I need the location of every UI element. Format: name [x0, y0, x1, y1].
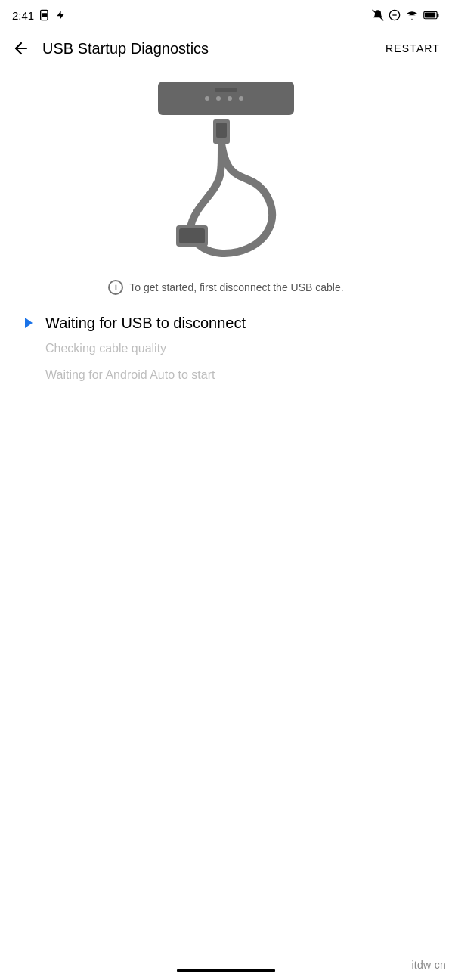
device-illustration — [147, 76, 305, 119]
step-indicator-3 — [21, 368, 36, 386]
illustration-area: i To get started, first disconnect the U… — [0, 70, 452, 313]
home-indicator — [177, 969, 275, 972]
svg-rect-16 — [215, 88, 237, 92]
svg-rect-8 — [437, 14, 438, 17]
svg-point-13 — [216, 96, 221, 101]
step-row-3: Waiting for Android Auto to start — [21, 367, 431, 386]
step-row-2: Checking cable quality — [21, 340, 431, 359]
svg-marker-2 — [57, 11, 64, 20]
active-step-icon — [25, 318, 33, 328]
sim-icon — [39, 9, 51, 21]
wifi-icon — [405, 9, 419, 21]
step-indicator-1 — [21, 314, 36, 332]
step-label-2: Checking cable quality — [45, 340, 166, 357]
svg-rect-18 — [216, 122, 227, 138]
status-time: 2:41 — [12, 9, 34, 22]
step-label-1: Waiting for USB to disconnect — [45, 313, 246, 333]
svg-point-15 — [239, 96, 243, 101]
step-label-3: Waiting for Android Auto to start — [45, 367, 215, 383]
back-button[interactable] — [12, 39, 30, 57]
step-indicator-2 — [21, 341, 36, 359]
minus-circle-icon — [389, 9, 401, 21]
watermark: itdw cn — [411, 959, 446, 971]
cable-illustration — [143, 119, 309, 271]
step-row-1: Waiting for USB to disconnect — [21, 313, 431, 333]
app-bar: USB Startup Diagnostics RESTART — [0, 27, 452, 70]
info-row: i To get started, first disconnect the U… — [93, 280, 358, 295]
info-text: To get started, first disconnect the USB… — [129, 281, 343, 293]
svg-rect-9 — [425, 12, 435, 17]
mute-icon — [372, 9, 384, 21]
bottom-bar — [0, 950, 452, 980]
status-right — [372, 9, 440, 21]
status-bar: 2:41 — [0, 0, 452, 27]
svg-rect-20 — [179, 228, 205, 243]
svg-point-12 — [205, 96, 209, 101]
page-title: USB Startup Diagnostics — [42, 40, 385, 57]
svg-rect-1 — [42, 13, 48, 17]
flash-icon — [55, 9, 66, 21]
status-left: 2:41 — [12, 9, 66, 22]
svg-point-14 — [228, 96, 232, 101]
steps-list: Waiting for USB to disconnect Checking c… — [0, 313, 452, 386]
svg-point-6 — [411, 19, 412, 20]
svg-rect-11 — [158, 82, 294, 115]
battery-icon — [423, 10, 440, 20]
restart-button[interactable]: RESTART — [385, 42, 440, 54]
info-icon: i — [108, 280, 123, 295]
